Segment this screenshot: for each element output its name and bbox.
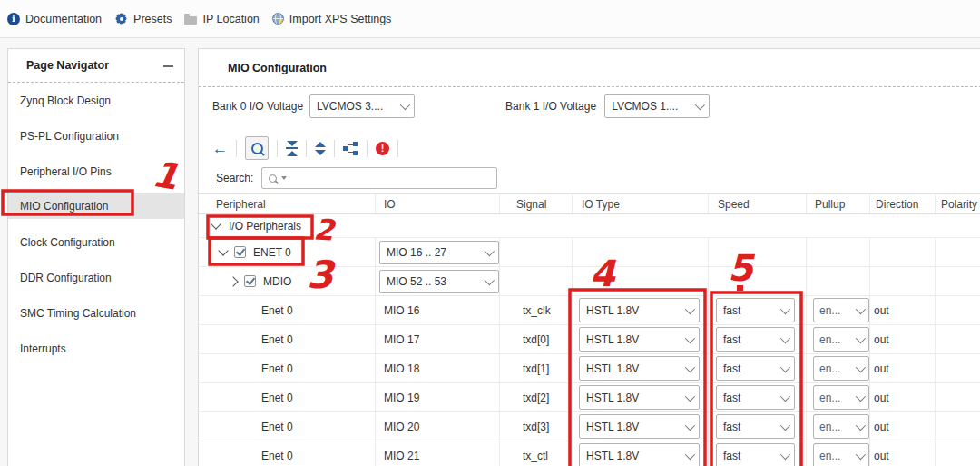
cell-direction: out [870,354,936,382]
col-header-signal[interactable]: Signal [500,194,573,213]
signal-label: txd[3] [523,421,549,433]
io-type-select[interactable]: HSTL 1.8V [579,385,700,410]
chevron-down-icon [780,303,790,313]
chevron-right-icon[interactable] [228,276,238,286]
sidebar-item-ddr-configuration[interactable]: DDR Configuration [8,260,184,295]
bank0-voltage-select[interactable]: LVCMOS 3.... [309,94,415,118]
chevron-down-icon[interactable] [211,219,220,229]
sidebar-item-peripheral-io-pins[interactable]: Peripheral I/O Pins [8,154,184,189]
top-toolbar: Documentation Presets IP Location Import… [0,0,980,38]
table-row-mio20: Enet 0 MIO 20 txd[3] HSTL 1.8V fast en..… [199,412,980,441]
cell-peripheral: Enet 0 [199,441,376,466]
error-messages-button[interactable] [376,142,389,155]
expand-all-button[interactable] [315,142,326,155]
mdio-mio-select[interactable]: MIO 52 .. 53 [379,270,499,293]
pullup-select[interactable]: en... [813,414,869,439]
col-header-peripheral[interactable]: Peripheral [199,194,376,213]
io-label: MIO 19 [384,392,419,404]
cell-pullup: en... [807,354,870,382]
mdio-checkbox[interactable] [244,275,256,287]
pullup-select[interactable]: en... [813,385,869,410]
bank1-voltage-select[interactable]: LVCMOS 1.... [604,94,710,118]
speed-value: fast [723,421,740,433]
chevron-down-icon[interactable] [218,245,228,255]
zoom-search-button[interactable] [245,136,269,160]
direction-value: out [874,362,889,375]
sidebar-item-clock-configuration[interactable]: Clock Configuration [8,224,184,260]
speed-select[interactable]: fast [716,443,795,466]
io-label: MIO 17 [384,333,419,346]
col-header-io-type[interactable]: IO Type [573,194,709,213]
mio-table: Peripheral IO Signal IO Type Speed Pullu… [199,193,980,466]
cell-peripheral: ENET 0 [199,238,376,266]
tree-view-button[interactable] [343,142,358,155]
table-row-mio18: Enet 0 MIO 18 txd[1] HSTL 1.8V fast en..… [199,354,980,383]
sidebar-item-smc-timing-calculation[interactable]: SMC Timing Calculation [8,295,184,331]
chevron-down-icon [685,391,695,401]
minimize-icon[interactable] [163,61,173,71]
chevron-down-icon [856,449,866,459]
col-header-pullup[interactable]: Pullup [807,194,870,213]
cell-io-type: HSTL 1.8V [573,441,709,466]
speed-select[interactable]: fast [716,414,795,439]
toolbar-separator [397,140,398,157]
speed-select[interactable]: fast [716,298,795,322]
pullup-select[interactable]: en... [813,356,869,381]
io-type-select[interactable]: HSTL 1.8V [579,356,700,381]
io-type-select[interactable]: HSTL 1.8V [579,327,700,352]
documentation-button[interactable]: Documentation [7,13,102,25]
io-type-value: HSTL 1.8V [586,392,639,404]
pullup-select[interactable]: en... [813,298,869,322]
table-row-mdio: MDIO MIO 52 .. 53 [199,267,980,296]
col-header-direction[interactable]: Direction [870,194,936,213]
sidebar-item-mio-configuration[interactable]: MIO Configuration [8,193,184,219]
toolbar-separator [367,140,368,157]
peripheral-label: Enet 0 [261,392,293,404]
io-type-value: HSTL 1.8V [586,304,639,317]
collapse-all-button[interactable] [286,141,298,156]
io-type-select[interactable]: HSTL 1.8V [579,443,700,466]
cell-io-type: HSTL 1.8V [573,412,709,441]
toolbar-separator [236,140,237,157]
enet0-checkbox[interactable] [234,246,246,258]
sidebar-item-zynq-block-design[interactable]: Zynq Block Design [8,83,184,118]
cell-polarity [936,296,980,324]
cell-io-type: HSTL 1.8V [573,354,709,382]
speed-select[interactable]: fast [716,356,795,381]
chevron-down-icon [856,332,866,342]
pullup-select[interactable]: en... [813,327,869,352]
sidebar-item-ps-pl-configuration[interactable]: PS-PL Configuration [8,118,184,154]
import-xps-label: Import XPS Settings [289,13,392,25]
io-type-select[interactable]: HSTL 1.8V [579,414,700,439]
table-header-row: Peripheral IO Signal IO Type Speed Pullu… [199,193,980,214]
toolbar-separator [334,140,335,157]
import-xps-settings-button[interactable]: Import XPS Settings [272,13,392,25]
pullup-select[interactable]: en... [813,443,869,466]
sidebar-item-interrupts[interactable]: Interrupts [8,331,184,366]
signal-label: txd[2] [523,392,549,404]
enet0-mio-select[interactable]: MIO 16 .. 27 [379,241,499,264]
sidebar-item-label: SMC Timing Calculation [20,307,136,320]
cell-io-type [573,238,709,266]
col-header-polarity[interactable]: Polarity [936,194,980,213]
peripheral-label: Enet 0 [261,450,293,462]
back-button[interactable]: ← [212,141,228,156]
cell-polarity [936,238,980,266]
chevron-down-icon [856,362,866,372]
cell-polarity [936,441,980,466]
cell-io-type: HSTL 1.8V [573,325,709,353]
col-header-io[interactable]: IO [376,194,500,213]
col-header-speed[interactable]: Speed [709,194,807,213]
bank-voltage-row: Bank 0 I/O Voltage LVCMOS 3.... Bank 1 I… [212,94,710,118]
ip-location-button[interactable]: IP Location [184,13,259,25]
io-type-select[interactable]: HSTL 1.8V [579,298,700,322]
cell-direction: out [870,441,936,466]
presets-button[interactable]: Presets [114,12,172,25]
speed-select[interactable]: fast [716,385,795,410]
speed-select[interactable]: fast [716,327,795,352]
search-input[interactable] [261,167,497,189]
group-row-io-peripherals: I/O Peripherals [199,214,980,238]
pullup-value: en... [819,333,840,346]
cell-signal: txd[2] [500,383,573,411]
cell-direction: out [870,412,936,441]
